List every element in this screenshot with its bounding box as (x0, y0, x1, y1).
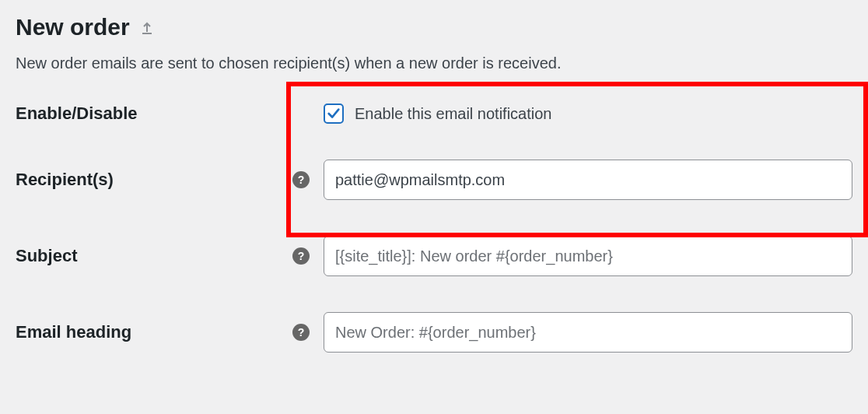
row-email-heading: Email heading ? (16, 312, 852, 353)
subject-input[interactable] (324, 236, 852, 276)
input-cell-subject (324, 236, 852, 276)
page-title: New order (16, 14, 155, 40)
back-icon[interactable] (139, 19, 155, 35)
row-subject: Subject ? (16, 236, 852, 276)
page-description: New order emails are sent to chosen reci… (16, 54, 852, 72)
enable-checkbox[interactable] (324, 104, 344, 124)
enable-checkbox-label: Enable this email notification (355, 105, 551, 123)
label-subject: Subject (16, 246, 292, 266)
help-icon[interactable]: ? (292, 171, 310, 188)
label-recipients: Recipient(s) (16, 170, 292, 190)
helper-email-heading: ? (292, 324, 324, 341)
email-heading-input[interactable] (324, 312, 852, 353)
help-icon[interactable]: ? (292, 324, 310, 341)
row-enable: Enable/Disable Enable this email notific… (16, 104, 852, 124)
helper-recipients: ? (292, 171, 324, 188)
recipients-input[interactable] (324, 160, 852, 200)
settings-form: Enable/Disable Enable this email notific… (16, 104, 852, 353)
label-email-heading: Email heading (16, 322, 292, 342)
input-cell-enable: Enable this email notification (324, 104, 852, 124)
input-cell-email-heading (324, 312, 852, 353)
enable-checkbox-wrap[interactable]: Enable this email notification (324, 104, 551, 124)
input-cell-recipients (324, 160, 852, 200)
page-title-text: New order (16, 14, 130, 40)
helper-subject: ? (292, 247, 324, 265)
help-icon[interactable]: ? (292, 247, 310, 265)
label-enable: Enable/Disable (16, 104, 292, 124)
row-recipients: Recipient(s) ? (16, 160, 852, 200)
